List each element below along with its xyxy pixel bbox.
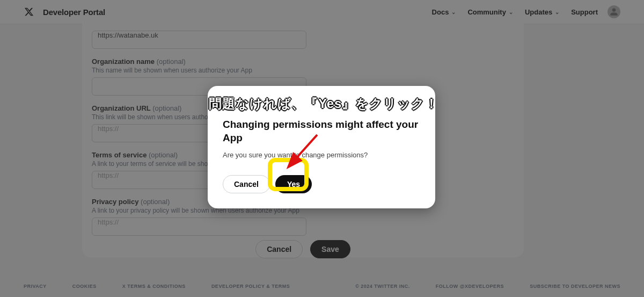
modal-cancel-button[interactable]: Cancel <box>223 175 270 193</box>
modal-yes-button[interactable]: Yes <box>275 175 312 193</box>
modal-body: Are you sure you want to change permissi… <box>223 151 420 159</box>
permissions-modal: Changing permissions might affect your A… <box>208 86 435 208</box>
modal-title: Changing permissions might affect your A… <box>223 118 420 144</box>
modal-actions: Cancel Yes <box>223 175 420 193</box>
